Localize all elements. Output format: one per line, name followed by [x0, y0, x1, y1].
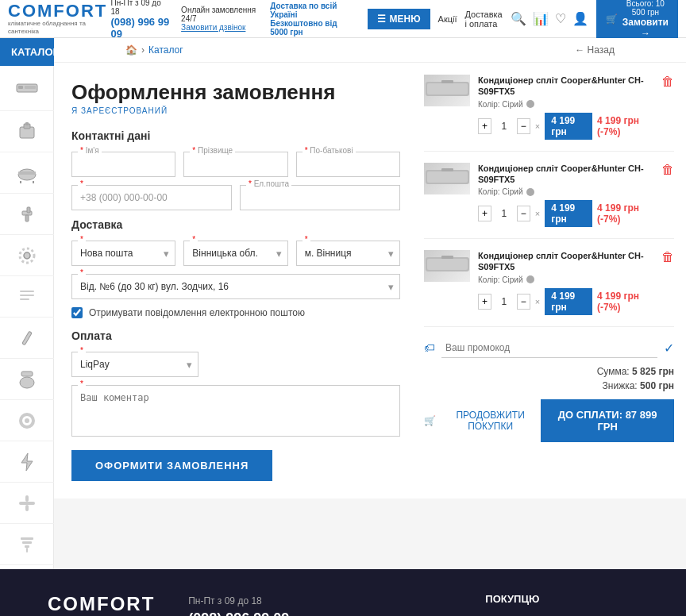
- account-icon[interactable]: 👤: [572, 11, 588, 26]
- home-icon[interactable]: 🏠: [125, 44, 137, 56]
- sidebar-item-filter[interactable]: [0, 524, 54, 565]
- callback-link[interactable]: Замовити дзвінок: [181, 23, 258, 32]
- qty-plus-3[interactable]: −: [517, 294, 530, 310]
- delivery-title: Доставка: [71, 218, 400, 231]
- svg-rect-28: [22, 541, 32, 544]
- color-dot-3: [526, 275, 534, 283]
- total-value: 5 825 грн: [632, 366, 674, 377]
- delete-btn-1[interactable]: 🗑: [661, 75, 674, 89]
- product-info-2: Кондиціонер спліт Cooper&Hunter CH-S09FT…: [478, 163, 653, 228]
- city-select[interactable]: м. Вінниця: [296, 241, 400, 266]
- svg-rect-38: [427, 259, 468, 270]
- price-tag-2: 4 199 грн: [545, 200, 592, 227]
- footer-info: . КОНТАКТИ СТАТТІ ОБМІН ТА ПОВЕРНЕННЯ ДО…: [571, 593, 638, 616]
- pay-button[interactable]: ДО СПЛАТИ: 87 899 ГРН: [541, 399, 674, 442]
- summary-discount: Знижка: 500 грн: [424, 380, 674, 391]
- cart-icon: 🛒: [606, 13, 618, 25]
- patronymic-input[interactable]: [296, 152, 400, 177]
- delete-btn-3[interactable]: 🗑: [661, 250, 674, 264]
- sidebar-wrapper: КАТАЛОГ: [0, 38, 54, 569]
- region-field: * Вінницька обл.: [183, 241, 287, 266]
- footer-phone[interactable]: (098) 996 99 09: [188, 610, 453, 616]
- qty-x-2: ×: [535, 209, 540, 218]
- wishlist-icon[interactable]: ♡: [555, 11, 566, 26]
- qty-plus-2[interactable]: −: [517, 206, 530, 221]
- branch-label: *: [78, 268, 86, 277]
- header-contacts: Пн-Пт з 09 до 18 (098) 996 99 09: [110, 0, 172, 40]
- sidebar-item-pipe[interactable]: [0, 400, 54, 441]
- qty-plus-1[interactable]: −: [517, 118, 530, 134]
- qty-minus-2[interactable]: +: [478, 206, 491, 221]
- qty-minus-3[interactable]: +: [478, 294, 491, 310]
- breadcrumb-bar: 🏠 › Каталог ← Назад: [54, 38, 686, 63]
- svg-rect-32: [427, 83, 468, 94]
- cart-icon-small: 🛒: [424, 415, 436, 426]
- submit-button[interactable]: ОФОРМИТИ ЗАМОВЛЕННЯ: [71, 450, 272, 481]
- breadcrumb-catalog[interactable]: Каталог: [148, 44, 183, 56]
- svg-rect-16: [20, 295, 34, 296]
- footer-shopping: ПОКУПЦЮ КАТАЛОГ АКЦІЇ ДОСТАВКА І ОПЛАТА …: [485, 593, 539, 616]
- lastname-label: * Прізвище: [190, 146, 235, 155]
- branch-row: * Від. №6 (до 30 кг) вул. Зодчих, 16: [71, 274, 400, 299]
- sidebar-item-faucet[interactable]: [0, 194, 54, 235]
- main-wrapper: КАТАЛОГ: [0, 38, 686, 569]
- sidebar-item-electric[interactable]: [0, 441, 54, 483]
- sidebar-item-toilet[interactable]: [0, 359, 54, 400]
- svg-point-20: [20, 377, 34, 388]
- menu-button[interactable]: ☰ МЕНЮ: [368, 9, 430, 29]
- contact-row: * * Ел.пошта: [71, 185, 400, 210]
- footer-shopping-title: ПОКУПЦЮ: [485, 593, 539, 605]
- branch-select[interactable]: Від. №6 (до 30 кг) вул. Зодчих, 16: [71, 274, 400, 299]
- catalog-button[interactable]: КАТАЛОГ: [0, 38, 54, 66]
- name-input[interactable]: [71, 152, 175, 177]
- breadcrumb-sep: ›: [141, 44, 145, 56]
- actions-link[interactable]: Акції: [438, 14, 457, 24]
- header-phone[interactable]: (098) 996 99 09: [110, 16, 172, 40]
- promo-check-icon[interactable]: ✓: [664, 341, 674, 356]
- svg-rect-19: [21, 372, 33, 376]
- order-panel: Кондиціонер спліт Cooper&Hunter CH-S09FT…: [416, 63, 686, 499]
- qty-val-1: 1: [496, 121, 512, 132]
- sidebar-item-water[interactable]: [0, 111, 54, 152]
- continue-shopping-button[interactable]: 🛒 ПРОДОВЖИТИ ПОКУПКИ: [424, 410, 541, 432]
- qty-minus-1[interactable]: +: [478, 118, 491, 134]
- name-field: * Ім'я: [71, 152, 175, 177]
- region-select[interactable]: Вінницька обл.: [183, 241, 287, 266]
- qty-row-1: + 1 − × 4 199 грн 4 199 грн (-7%): [478, 113, 653, 140]
- online-label: Онлайн замовлення 24/7: [181, 6, 258, 23]
- sidebar-item-list[interactable]: [0, 276, 54, 318]
- svg-rect-2: [25, 86, 36, 89]
- sidebar-item-gear[interactable]: [0, 235, 54, 276]
- notify-label[interactable]: Отримувати повідомлення електронною пошт…: [89, 307, 305, 318]
- continue-label: ПРОДОВЖИТИ ПОКУПКИ: [440, 410, 541, 432]
- cart-button[interactable]: 🛒 Всього: 10 500 грн Замовити →: [596, 0, 678, 44]
- page-content: 🏠 › Каталог ← Назад Оформлення замовленн…: [54, 38, 686, 569]
- product-color-1: Колір: Сірий: [478, 100, 653, 109]
- sidebar-item-plumbing[interactable]: [0, 483, 54, 524]
- delete-btn-2[interactable]: 🗑: [661, 163, 674, 177]
- chart-icon[interactable]: 📊: [533, 11, 549, 26]
- svg-point-22: [25, 418, 29, 423]
- payment-select[interactable]: LiqPay: [71, 352, 198, 377]
- phone-input[interactable]: [71, 185, 232, 210]
- promo-input[interactable]: [441, 338, 657, 358]
- email-input[interactable]: [240, 185, 400, 210]
- price-tag-3: 4 199 грн: [545, 288, 592, 315]
- delivery-type-select[interactable]: Нова пошта: [71, 241, 175, 266]
- qty-val-3: 1: [496, 296, 512, 307]
- back-link[interactable]: ← Назад: [575, 44, 615, 56]
- color-dot-2: [526, 188, 534, 196]
- svg-rect-5: [25, 122, 29, 125]
- phone-field: *: [71, 185, 232, 210]
- comment-input[interactable]: [71, 385, 400, 437]
- lastname-input[interactable]: [183, 152, 287, 177]
- sidebar-item-ac[interactable]: [0, 70, 54, 111]
- color-label-1: Колір: Сірий: [478, 100, 523, 109]
- search-icon[interactable]: 🔍: [511, 11, 526, 26]
- sidebar-item-tool[interactable]: [0, 318, 54, 359]
- notify-checkbox[interactable]: [71, 307, 83, 318]
- name-row: * Ім'я * Прізвище * По-батькові: [71, 152, 400, 177]
- sidebar-item-bath[interactable]: [0, 152, 54, 194]
- delivery-nav-link[interactable]: Доставка і оплата: [465, 10, 503, 29]
- lastname-field: * Прізвище: [183, 152, 287, 177]
